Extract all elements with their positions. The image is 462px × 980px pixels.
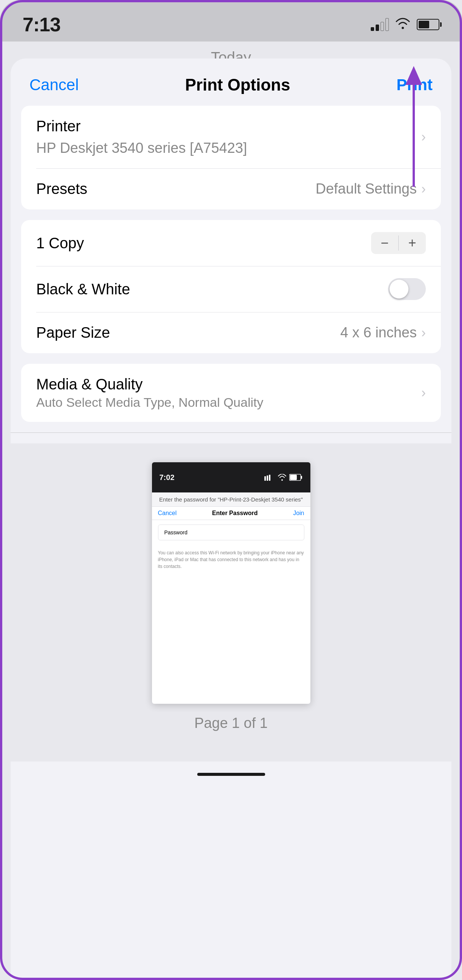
- status-bar: 7:13: [0, 0, 462, 41]
- annotation-arrow: [398, 62, 429, 191]
- page-title: Print Options: [185, 75, 291, 94]
- mini-enter-password: Enter Password: [212, 510, 257, 517]
- print-sheet: Cancel Print Options Print Printer HP De…: [11, 59, 451, 980]
- printer-label: Printer: [36, 118, 81, 135]
- paper-size-value: 4 x 6 inches ›: [340, 325, 426, 341]
- preview-area: 7:02: [11, 443, 451, 762]
- mini-title-bar: Enter the password for "HP-Print-23-Desk…: [152, 492, 310, 507]
- mini-cancel: Cancel: [158, 510, 177, 517]
- printer-row[interactable]: Printer HP Deskjet 3540 series [A75423] …: [21, 106, 441, 168]
- media-label: Media & Quality: [36, 376, 263, 393]
- cancel-button[interactable]: Cancel: [29, 76, 79, 94]
- presets-label: Presets: [36, 180, 87, 197]
- svg-marker-7: [405, 66, 422, 85]
- page-number-label: Page 1 of 1: [194, 715, 267, 731]
- svg-rect-4: [290, 475, 297, 480]
- media-chevron-icon: ›: [421, 385, 426, 401]
- print-preview-page: 7:02: [152, 462, 310, 704]
- copies-row: 1 Copy − +: [21, 220, 441, 266]
- wifi-icon: [395, 18, 410, 32]
- printer-value: HP Deskjet 3540 series [A75423]: [36, 140, 247, 156]
- bw-row: Black & White: [21, 266, 441, 312]
- paper-chevron-icon: ›: [421, 325, 426, 341]
- copies-label: 1 Copy: [36, 235, 84, 252]
- status-icons: [371, 18, 439, 32]
- presets-row[interactable]: Presets Default Settings ›: [21, 168, 441, 210]
- mini-status-bar: 7:02: [152, 462, 310, 492]
- media-sublabel: Auto Select Media Type, Normal Quality: [36, 395, 263, 410]
- mini-nav: Cancel Enter Password Join: [152, 507, 310, 520]
- svg-rect-5: [301, 476, 302, 479]
- decrement-button[interactable]: −: [371, 232, 398, 254]
- mini-icons: [264, 474, 303, 481]
- mini-time: 7:02: [160, 473, 175, 482]
- mini-dialog: Enter the password for "HP-Print-23-Desk…: [152, 492, 310, 574]
- section-separator: [11, 433, 451, 433]
- bw-label: Black & White: [36, 281, 130, 298]
- toggle-knob: [390, 280, 408, 299]
- copy-stepper[interactable]: − +: [371, 232, 426, 254]
- home-indicator: [197, 773, 265, 776]
- svg-rect-1: [267, 476, 268, 481]
- media-row[interactable]: Media & Quality Auto Select Media Type, …: [21, 364, 441, 422]
- paper-size-label: Paper Size: [36, 324, 110, 341]
- svg-rect-0: [264, 476, 266, 481]
- increment-button[interactable]: +: [398, 232, 426, 254]
- mini-join: Join: [293, 510, 304, 517]
- printer-section: Printer HP Deskjet 3540 series [A75423] …: [21, 106, 441, 210]
- bw-toggle[interactable]: [388, 278, 426, 300]
- sheet-header: Cancel Print Options Print: [11, 59, 451, 106]
- media-section: Media & Quality Auto Select Media Type, …: [21, 364, 441, 422]
- status-time: 7:13: [23, 13, 60, 36]
- svg-rect-2: [269, 475, 270, 481]
- mini-description: You can also access this Wi-Fi network b…: [152, 545, 310, 574]
- mini-dialog-title: Enter the password for "HP-Print-23-Desk…: [158, 496, 304, 503]
- battery-icon: [417, 19, 439, 30]
- signal-icon: [371, 18, 389, 31]
- mini-password-label: Password: [164, 530, 298, 536]
- paper-size-row[interactable]: Paper Size 4 x 6 inches ›: [21, 312, 441, 353]
- options-section: 1 Copy − + Black & White Paper Size 4 x …: [21, 220, 441, 353]
- mini-password-field: Password: [158, 525, 304, 540]
